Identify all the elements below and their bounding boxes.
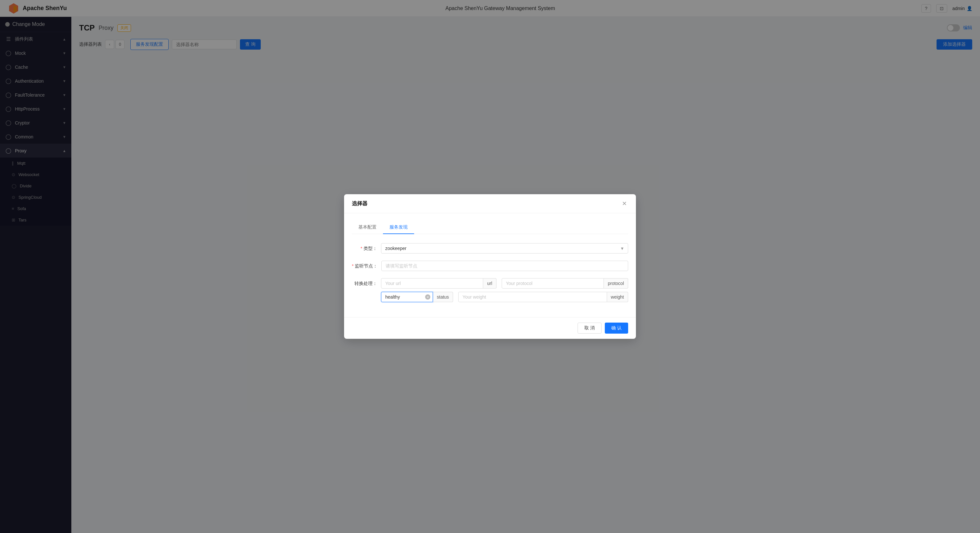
selector-modal: 选择器 ✕ 基本配置 服务发现 类型： zookeeper bbox=[344, 194, 636, 339]
modal-close-button[interactable]: ✕ bbox=[621, 199, 628, 208]
status-clear-button[interactable]: ✕ bbox=[425, 294, 430, 299]
cancel-button[interactable]: 取 消 bbox=[578, 323, 601, 334]
form-row-type: 类型： zookeeper nacos etcd consul ▼ bbox=[352, 243, 628, 253]
url-suffix: url bbox=[483, 278, 496, 288]
form-row-monitor: 监听节点： bbox=[352, 261, 628, 271]
weight-input[interactable] bbox=[458, 292, 607, 302]
modal-body: 基本配置 服务发现 类型： zookeeper nacos etcd consu… bbox=[344, 213, 636, 317]
tab-service[interactable]: 服务发现 bbox=[383, 221, 414, 234]
weight-suffix: weight bbox=[607, 292, 628, 302]
monitor-label: 监听节点： bbox=[352, 261, 381, 269]
tab-basic[interactable]: 基本配置 bbox=[352, 221, 383, 234]
conv-row-1: url protocol bbox=[381, 278, 628, 288]
modal-footer: 取 消 确 认 bbox=[344, 317, 636, 339]
conv-row-2: ✕ status weight bbox=[381, 292, 628, 302]
confirm-button[interactable]: 确 认 bbox=[605, 323, 628, 334]
type-label: 类型： bbox=[352, 243, 381, 251]
url-input[interactable] bbox=[381, 278, 483, 288]
convert-label: 转换处理： bbox=[352, 278, 381, 286]
status-suffix: status bbox=[433, 292, 453, 302]
protocol-input[interactable] bbox=[502, 278, 604, 288]
form-row-convert: 转换处理： url protocol ✕ bbox=[352, 278, 628, 302]
monitor-input[interactable] bbox=[381, 261, 628, 271]
convert-control: url protocol ✕ status we bbox=[381, 278, 628, 302]
modal-overlay[interactable]: 选择器 ✕ 基本配置 服务发现 类型： zookeeper bbox=[0, 0, 980, 533]
monitor-control bbox=[381, 261, 628, 271]
type-select-wrap: zookeeper nacos etcd consul ▼ bbox=[381, 243, 628, 253]
modal-tabs: 基本配置 服务发现 bbox=[352, 221, 628, 234]
protocol-suffix: protocol bbox=[604, 278, 628, 288]
modal-title: 选择器 bbox=[352, 200, 368, 207]
type-select[interactable]: zookeeper nacos etcd consul bbox=[381, 243, 628, 253]
status-input-wrap: ✕ bbox=[381, 292, 433, 302]
modal-header: 选择器 ✕ bbox=[344, 194, 636, 213]
